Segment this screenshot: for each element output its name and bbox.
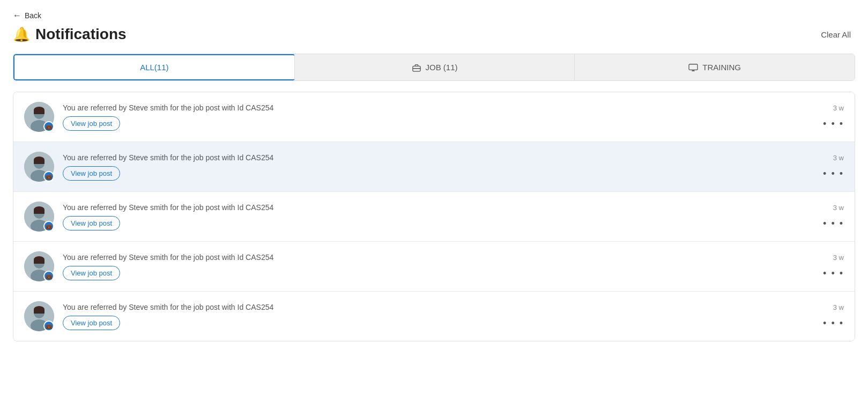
job-badge: 💼 bbox=[43, 321, 54, 331]
notification-meta: 3 w • • • bbox=[812, 303, 844, 329]
tab-job-label: JOB (11) bbox=[426, 63, 458, 72]
notification-text: You are referred by Steve smith for the … bbox=[63, 203, 803, 212]
tab-training-label: TRAINING bbox=[702, 63, 741, 72]
avatar-wrap: 💼 bbox=[24, 202, 54, 232]
tab-all[interactable]: ALL(11) bbox=[13, 54, 295, 80]
avatar-wrap: 💼 bbox=[24, 301, 54, 331]
briefcase-badge-icon: 💼 bbox=[46, 273, 52, 279]
notification-item: 💼 You are referred by Steve smith for th… bbox=[13, 192, 855, 242]
tab-all-label: ALL(11) bbox=[140, 63, 168, 72]
svg-rect-24 bbox=[34, 259, 44, 264]
briefcase-icon bbox=[412, 63, 421, 72]
notification-meta: 3 w • • • bbox=[812, 254, 844, 279]
time-label: 3 w bbox=[833, 303, 844, 311]
tab-job[interactable]: JOB (11) bbox=[295, 54, 575, 80]
more-options-button[interactable]: • • • bbox=[823, 268, 844, 279]
view-job-post-button[interactable]: View job post bbox=[63, 316, 120, 330]
notification-meta: 3 w • • • bbox=[812, 104, 844, 130]
clear-all-button[interactable]: Clear All bbox=[817, 28, 855, 41]
back-arrow-icon: ← bbox=[13, 11, 21, 20]
more-options-button[interactable]: • • • bbox=[823, 318, 844, 329]
notification-item: 💼 You are referred by Steve smith for th… bbox=[13, 92, 855, 142]
notifications-list: 💼 You are referred by Steve smith for th… bbox=[13, 92, 855, 341]
bell-icon: 🔔 bbox=[13, 26, 30, 43]
notification-content: You are referred by Steve smith for the … bbox=[63, 253, 803, 280]
notification-item: 💼 You are referred by Steve smith for th… bbox=[13, 242, 855, 292]
job-badge: 💼 bbox=[43, 271, 54, 281]
svg-rect-2 bbox=[689, 64, 698, 70]
notification-content: You are referred by Steve smith for the … bbox=[63, 103, 803, 131]
view-job-post-button[interactable]: View job post bbox=[63, 116, 120, 131]
avatar-wrap: 💼 bbox=[24, 102, 54, 132]
notification-text: You are referred by Steve smith for the … bbox=[63, 303, 803, 311]
notification-text: You are referred by Steve smith for the … bbox=[63, 253, 803, 262]
back-link[interactable]: ← Back bbox=[13, 11, 41, 20]
briefcase-badge-icon: 💼 bbox=[46, 323, 52, 329]
more-options-button[interactable]: • • • bbox=[823, 218, 844, 229]
svg-rect-14 bbox=[34, 160, 44, 164]
notification-item: 💼 You are referred by Steve smith for th… bbox=[13, 292, 855, 341]
more-options-button[interactable]: • • • bbox=[823, 168, 844, 180]
view-job-post-button[interactable]: View job post bbox=[63, 216, 120, 230]
svg-rect-19 bbox=[34, 210, 44, 214]
svg-rect-29 bbox=[34, 309, 44, 314]
briefcase-badge-icon: 💼 bbox=[46, 174, 52, 180]
page-title-text: Notifications bbox=[35, 26, 127, 43]
time-label: 3 w bbox=[833, 104, 844, 112]
job-badge: 💼 bbox=[43, 221, 54, 232]
time-label: 3 w bbox=[833, 204, 844, 212]
time-label: 3 w bbox=[833, 154, 844, 162]
monitor-icon bbox=[688, 63, 698, 72]
notification-meta: 3 w • • • bbox=[812, 154, 844, 180]
notification-content: You are referred by Steve smith for the … bbox=[63, 203, 803, 230]
back-label: Back bbox=[25, 11, 41, 20]
view-job-post-button[interactable]: View job post bbox=[63, 266, 120, 280]
notification-content: You are referred by Steve smith for the … bbox=[63, 303, 803, 330]
briefcase-badge-icon: 💼 bbox=[46, 124, 52, 130]
view-job-post-button[interactable]: View job post bbox=[63, 166, 120, 181]
tab-training[interactable]: TRAINING bbox=[575, 54, 855, 80]
page-title: 🔔 Notifications bbox=[13, 26, 127, 43]
notification-meta: 3 w • • • bbox=[812, 204, 844, 229]
avatar-wrap: 💼 bbox=[24, 152, 54, 182]
notification-item: 💼 You are referred by Steve smith for th… bbox=[13, 142, 855, 192]
job-badge: 💼 bbox=[43, 171, 54, 182]
notification-content: You are referred by Steve smith for the … bbox=[63, 153, 803, 181]
header-row: 🔔 Notifications Clear All bbox=[13, 26, 855, 43]
avatar-wrap: 💼 bbox=[24, 251, 54, 281]
briefcase-badge-icon: 💼 bbox=[46, 224, 52, 229]
notification-text: You are referred by Steve smith for the … bbox=[63, 153, 803, 162]
svg-rect-9 bbox=[34, 110, 44, 114]
more-options-button[interactable]: • • • bbox=[823, 118, 844, 130]
job-badge: 💼 bbox=[43, 121, 54, 132]
tabs-row: ALL(11) JOB (11) TRAINING bbox=[13, 54, 855, 81]
time-label: 3 w bbox=[833, 254, 844, 262]
notification-text: You are referred by Steve smith for the … bbox=[63, 103, 803, 112]
